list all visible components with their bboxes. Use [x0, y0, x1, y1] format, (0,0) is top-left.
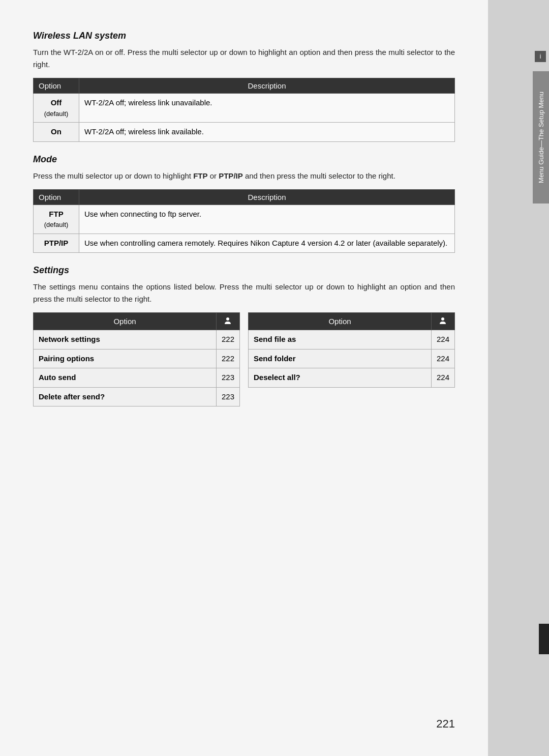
main-content: Wireless LAN system Turn the WT-2/2A on …	[0, 0, 488, 756]
wireless-table-container: Option Description Off (default) WT-2/2A…	[33, 78, 455, 142]
table-row: Network settings 222	[34, 330, 240, 350]
settings-tables: Option Network settings	[33, 312, 455, 406]
settings-right-row2-option: Send folder	[249, 349, 432, 368]
wireless-row2-desc: WT-2/2A off; wireless link available.	[79, 123, 455, 142]
section-mode: Mode Press the multi selector up or down…	[33, 154, 455, 253]
svg-point-1	[441, 317, 444, 321]
settings-left-row2-pg: 222	[216, 349, 239, 368]
info-icon: i	[535, 51, 546, 62]
settings-left-row4-option: Delete after send?	[34, 387, 217, 406]
settings-right-row3-option: Deselect all?	[249, 368, 432, 388]
page-icon	[223, 316, 232, 325]
svg-point-0	[226, 317, 229, 321]
section-settings: Settings The settings menu contains the …	[33, 265, 455, 406]
mode-row1-option: FTP (default)	[34, 205, 79, 234]
sidebar-tab-label: Menu Guide—The Setup Menu	[537, 92, 545, 183]
wireless-row1-option: Off (default)	[34, 94, 79, 123]
mode-table-container: Option Description FTP (default) Use whe…	[33, 189, 455, 253]
settings-right-th-pg	[431, 313, 454, 330]
settings-right-row1-option: Send file as	[249, 330, 432, 350]
mode-body: Press the multi selector up or down to h…	[33, 170, 455, 182]
settings-right-th-option: Option	[249, 313, 432, 330]
wireless-table: Option Description Off (default) WT-2/2A…	[33, 78, 455, 142]
mode-title: Mode	[33, 154, 455, 165]
settings-right-row2-pg: 224	[431, 349, 454, 368]
wireless-body: Turn the WT-2/2A on or off. Press the mu…	[33, 46, 455, 71]
wireless-title: Wireless LAN system	[33, 31, 455, 41]
settings-left-row1-pg: 222	[216, 330, 239, 350]
settings-right-table-wrap: Option Send file as 22	[248, 312, 455, 406]
table-row: PTP/IP Use when controlling camera remot…	[34, 234, 455, 253]
page-icon-right	[438, 316, 447, 325]
table-row: Auto send 223	[34, 368, 240, 388]
settings-left-row3-option: Auto send	[34, 368, 217, 388]
mode-row1-desc: Use when connecting to ftp server.	[79, 205, 455, 234]
wireless-th-option: Option	[34, 78, 79, 94]
settings-left-table-wrap: Option Network settings	[33, 312, 240, 406]
sidebar-black-bar	[539, 624, 549, 654]
settings-right-row1-pg: 224	[431, 330, 454, 350]
settings-left-row3-pg: 223	[216, 368, 239, 388]
table-row: FTP (default) Use when connecting to ftp…	[34, 205, 455, 234]
settings-title: Settings	[33, 265, 455, 276]
settings-right-row3-pg: 224	[431, 368, 454, 388]
settings-left-th-option: Option	[34, 313, 217, 330]
wireless-row1-desc: WT-2/2A off; wireless link unavailable.	[79, 94, 455, 123]
table-row: Send folder 224	[249, 349, 455, 368]
settings-left-row4-pg: 223	[216, 387, 239, 406]
wireless-row2-option: On	[34, 123, 79, 142]
table-row: Off (default) WT-2/2A off; wireless link…	[34, 94, 455, 123]
settings-left-th-pg	[216, 313, 239, 330]
settings-left-row2-option: Pairing options	[34, 349, 217, 368]
table-row: Send file as 224	[249, 330, 455, 350]
table-row: Delete after send? 223	[34, 387, 240, 406]
table-row: Pairing options 222	[34, 349, 240, 368]
mode-th-desc: Description	[79, 189, 455, 205]
mode-row2-desc: Use when controlling camera remotely. Re…	[79, 234, 455, 253]
right-sidebar: i Menu Guide—The Setup Menu	[488, 0, 549, 756]
section-wireless: Wireless LAN system Turn the WT-2/2A on …	[33, 31, 455, 142]
settings-body: The settings menu contains the options l…	[33, 281, 455, 305]
table-row: Deselect all? 224	[249, 368, 455, 388]
wireless-th-desc: Description	[79, 78, 455, 94]
table-row: On WT-2/2A off; wireless link available.	[34, 123, 455, 142]
settings-right-table: Option Send file as 22	[248, 312, 455, 388]
settings-left-table: Option Network settings	[33, 312, 240, 406]
mode-row2-option: PTP/IP	[34, 234, 79, 253]
mode-table: Option Description FTP (default) Use whe…	[33, 189, 455, 253]
settings-left-row1-option: Network settings	[34, 330, 217, 350]
sidebar-tab: Menu Guide—The Setup Menu	[533, 71, 549, 203]
page-number: 221	[436, 717, 455, 731]
mode-th-option: Option	[34, 189, 79, 205]
